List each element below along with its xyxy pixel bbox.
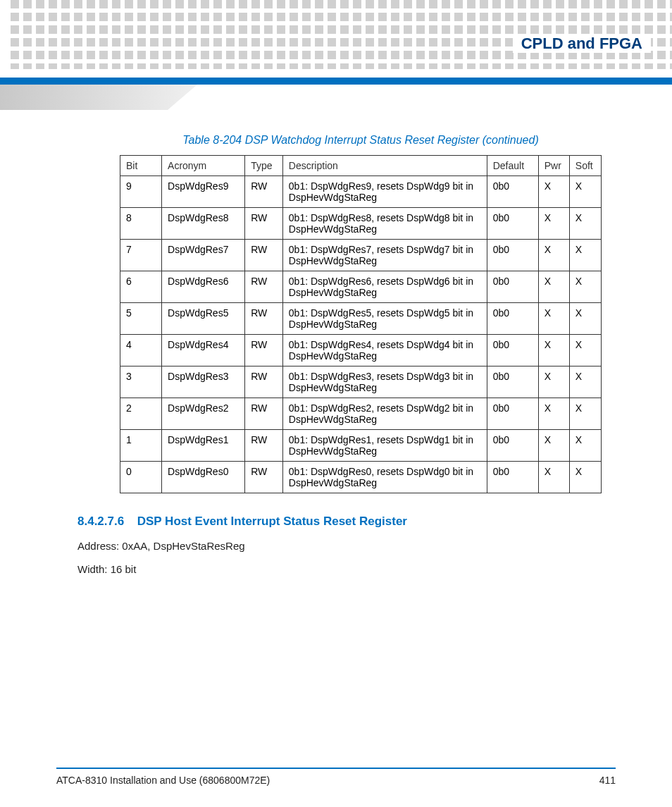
cell-bit: 9 bbox=[120, 176, 162, 208]
cell-bit: 0 bbox=[120, 462, 162, 493]
table-title: Table 8-204 DSP Watchdog Interrupt Statu… bbox=[120, 134, 602, 147]
col-header-soft: Soft bbox=[569, 156, 601, 176]
cell-type: RW bbox=[245, 430, 283, 462]
cell-acronym: DspWdgRes8 bbox=[162, 208, 245, 240]
cell-desc: 0b1: DspWdgRes7, resets DspWdg7 bit in D… bbox=[282, 240, 487, 271]
cell-pwr: X bbox=[538, 398, 569, 430]
cell-acronym: DspWdgRes6 bbox=[162, 271, 245, 303]
cell-pwr: X bbox=[538, 271, 569, 303]
cell-type: RW bbox=[245, 208, 283, 240]
cell-desc: 0b1: DspWdgRes4, resets DspWdg4 bit in D… bbox=[282, 335, 487, 366]
cell-soft: X bbox=[569, 303, 601, 335]
cell-bit: 6 bbox=[120, 271, 162, 303]
table-row: 3DspWdgRes3RW0b1: DspWdgRes3, resets Dsp… bbox=[120, 366, 602, 398]
section-address: Address: 0xAA, DspHevStaResReg bbox=[77, 540, 602, 552]
register-table: Bit Acronym Type Description Default Pwr… bbox=[120, 155, 602, 493]
header-blue-bar bbox=[0, 78, 672, 85]
cell-bit: 2 bbox=[120, 398, 162, 430]
cell-bit: 7 bbox=[120, 240, 162, 271]
table-row: 2DspWdgRes2RW0b1: DspWdgRes2, resets Dsp… bbox=[120, 398, 602, 430]
cell-pwr: X bbox=[538, 335, 569, 366]
footer-doc-title: ATCA-8310 Installation and Use (6806800M… bbox=[56, 775, 270, 786]
cell-pwr: X bbox=[538, 366, 569, 398]
cell-soft: X bbox=[569, 398, 601, 430]
cell-default: 0b0 bbox=[487, 208, 538, 240]
section-width: Width: 16 bit bbox=[77, 563, 602, 575]
cell-acronym: DspWdgRes0 bbox=[162, 462, 245, 493]
cell-soft: X bbox=[569, 240, 601, 271]
cell-desc: 0b1: DspWdgRes3, resets DspWdg3 bit in D… bbox=[282, 366, 487, 398]
table-row: 6DspWdgRes6RW0b1: DspWdgRes6, resets Dsp… bbox=[120, 271, 602, 303]
cell-default: 0b0 bbox=[487, 271, 538, 303]
cell-soft: X bbox=[569, 208, 601, 240]
cell-acronym: DspWdgRes3 bbox=[162, 366, 245, 398]
cell-default: 0b0 bbox=[487, 398, 538, 430]
cell-default: 0b0 bbox=[487, 462, 538, 493]
cell-acronym: DspWdgRes5 bbox=[162, 303, 245, 335]
cell-pwr: X bbox=[538, 240, 569, 271]
footer-page-number: 411 bbox=[599, 775, 616, 786]
cell-default: 0b0 bbox=[487, 303, 538, 335]
cell-soft: X bbox=[569, 271, 601, 303]
table-row: 4DspWdgRes4RW0b1: DspWdgRes4, resets Dsp… bbox=[120, 335, 602, 366]
col-header-acronym: Acronym bbox=[162, 156, 245, 176]
chapter-title: CPLD and FPGA bbox=[513, 35, 651, 53]
cell-desc: 0b1: DspWdgRes0, resets DspWdg0 bit in D… bbox=[282, 462, 487, 493]
cell-bit: 5 bbox=[120, 303, 162, 335]
cell-bit: 3 bbox=[120, 366, 162, 398]
cell-soft: X bbox=[569, 366, 601, 398]
cell-type: RW bbox=[245, 462, 283, 493]
cell-bit: 8 bbox=[120, 208, 162, 240]
cell-type: RW bbox=[245, 240, 283, 271]
cell-desc: 0b1: DspWdgRes1, resets DspWdg1 bit in D… bbox=[282, 430, 487, 462]
cell-type: RW bbox=[245, 271, 283, 303]
cell-pwr: X bbox=[538, 176, 569, 208]
col-header-default: Default bbox=[487, 156, 538, 176]
section-heading: 8.4.2.7.6 DSP Host Event Interrupt Statu… bbox=[77, 515, 602, 529]
col-header-bit: Bit bbox=[120, 156, 162, 176]
cell-default: 0b0 bbox=[487, 240, 538, 271]
table-row: 8DspWdgRes8RW0b1: DspWdgRes8, resets Dsp… bbox=[120, 208, 602, 240]
table-row: 9DspWdgRes9RW0b1: DspWdgRes9, resets Dsp… bbox=[120, 176, 602, 208]
cell-acronym: DspWdgRes1 bbox=[162, 430, 245, 462]
cell-desc: 0b1: DspWdgRes6, resets DspWdg6 bit in D… bbox=[282, 271, 487, 303]
cell-acronym: DspWdgRes2 bbox=[162, 398, 245, 430]
cell-desc: 0b1: DspWdgRes9, resets DspWdg9 bit in D… bbox=[282, 176, 487, 208]
col-header-type: Type bbox=[245, 156, 283, 176]
cell-desc: 0b1: DspWdgRes8, resets DspWdg8 bit in D… bbox=[282, 208, 487, 240]
cell-acronym: DspWdgRes7 bbox=[162, 240, 245, 271]
cell-type: RW bbox=[245, 176, 283, 208]
cell-pwr: X bbox=[538, 462, 569, 493]
cell-default: 0b0 bbox=[487, 366, 538, 398]
col-header-pwr: Pwr bbox=[538, 156, 569, 176]
cell-soft: X bbox=[569, 335, 601, 366]
cell-type: RW bbox=[245, 335, 283, 366]
table-row: 5DspWdgRes5RW0b1: DspWdgRes5, resets Dsp… bbox=[120, 303, 602, 335]
table-header-row: Bit Acronym Type Description Default Pwr… bbox=[120, 156, 602, 176]
footer: ATCA-8310 Installation and Use (6806800M… bbox=[56, 768, 616, 786]
table-row: 0DspWdgRes0RW0b1: DspWdgRes0, resets Dsp… bbox=[120, 462, 602, 493]
cell-acronym: DspWdgRes9 bbox=[162, 176, 245, 208]
cell-pwr: X bbox=[538, 208, 569, 240]
cell-default: 0b0 bbox=[487, 430, 538, 462]
cell-default: 0b0 bbox=[487, 176, 538, 208]
cell-bit: 1 bbox=[120, 430, 162, 462]
cell-type: RW bbox=[245, 366, 283, 398]
cell-default: 0b0 bbox=[487, 335, 538, 366]
cell-soft: X bbox=[569, 430, 601, 462]
cell-type: RW bbox=[245, 398, 283, 430]
cell-acronym: DspWdgRes4 bbox=[162, 335, 245, 366]
cell-soft: X bbox=[569, 176, 601, 208]
header-gray-wedge bbox=[0, 85, 197, 110]
col-header-description: Description bbox=[282, 156, 487, 176]
table-row: 1DspWdgRes1RW0b1: DspWdgRes1, resets Dsp… bbox=[120, 430, 602, 462]
section-number: 8.4.2.7.6 bbox=[77, 515, 134, 529]
section-title: DSP Host Event Interrupt Status Reset Re… bbox=[137, 515, 407, 528]
cell-desc: 0b1: DspWdgRes5, resets DspWdg5 bit in D… bbox=[282, 303, 487, 335]
cell-bit: 4 bbox=[120, 335, 162, 366]
table-row: 7DspWdgRes7RW0b1: DspWdgRes7, resets Dsp… bbox=[120, 240, 602, 271]
cell-pwr: X bbox=[538, 430, 569, 462]
section: 8.4.2.7.6 DSP Host Event Interrupt Statu… bbox=[77, 515, 602, 575]
cell-soft: X bbox=[569, 462, 601, 493]
cell-desc: 0b1: DspWdgRes2, resets DspWdg2 bit in D… bbox=[282, 398, 487, 430]
